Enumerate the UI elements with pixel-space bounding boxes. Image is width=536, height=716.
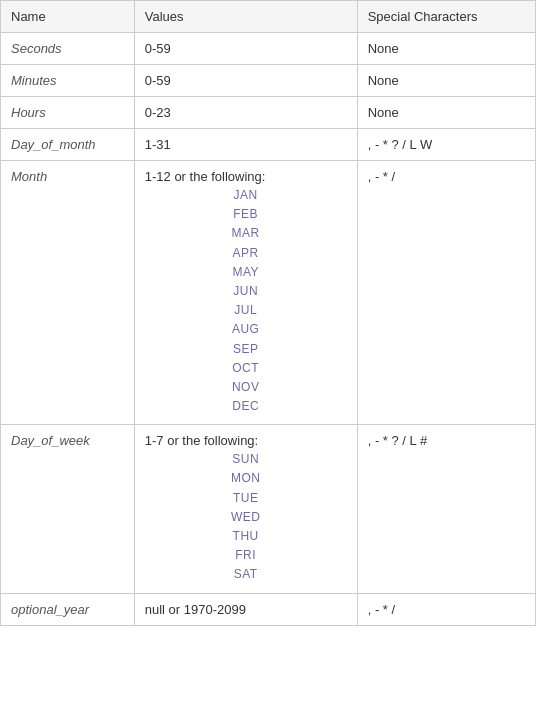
cron-reference-table: Name Values Special Characters Seconds 0…	[0, 0, 536, 626]
col-header-values: Values	[134, 1, 357, 33]
values-cell: 0-23	[134, 97, 357, 129]
values-prefix: 1-12 or the following:	[145, 169, 266, 184]
values-cell-month: 1-12 or the following: JAN FEB MAR APR M…	[134, 161, 357, 425]
name-cell-month: Month	[1, 161, 135, 425]
special-cell-dow: , - * ? / L #	[357, 425, 535, 593]
values-cell-dow: 1-7 or the following: SUN MON TUE WED TH…	[134, 425, 357, 593]
special-cell: None	[357, 33, 535, 65]
table-row: Day_of_month 1-31 , - * ? / L W	[1, 129, 536, 161]
name-cell-year: optional_year	[1, 593, 135, 625]
values-cell: 0-59	[134, 33, 357, 65]
col-header-name: Name	[1, 1, 135, 33]
name-cell: Seconds	[1, 33, 135, 65]
values-cell-year: null or 1970-2099	[134, 593, 357, 625]
special-cell-month: , - * /	[357, 161, 535, 425]
table-row-day-of-week: Day_of_week 1-7 or the following: SUN MO…	[1, 425, 536, 593]
month-list: JAN FEB MAR APR MAY JUN JUL AUG SEP OCT …	[145, 186, 347, 416]
special-cell: None	[357, 65, 535, 97]
special-cell-year: , - * /	[357, 593, 535, 625]
table-row-year: optional_year null or 1970-2099 , - * /	[1, 593, 536, 625]
col-header-special: Special Characters	[357, 1, 535, 33]
name-cell-dow: Day_of_week	[1, 425, 135, 593]
name-cell: Hours	[1, 97, 135, 129]
values-prefix-dow: 1-7 or the following:	[145, 433, 258, 448]
values-cell: 1-31	[134, 129, 357, 161]
values-cell: 0-59	[134, 65, 357, 97]
name-cell: Minutes	[1, 65, 135, 97]
week-list: SUN MON TUE WED THU FRI SAT	[145, 450, 347, 584]
table-row: Hours 0-23 None	[1, 97, 536, 129]
table-row-month: Month 1-12 or the following: JAN FEB MAR…	[1, 161, 536, 425]
special-cell: , - * ? / L W	[357, 129, 535, 161]
table-row: Minutes 0-59 None	[1, 65, 536, 97]
name-cell: Day_of_month	[1, 129, 135, 161]
table-row: Seconds 0-59 None	[1, 33, 536, 65]
special-cell: None	[357, 97, 535, 129]
